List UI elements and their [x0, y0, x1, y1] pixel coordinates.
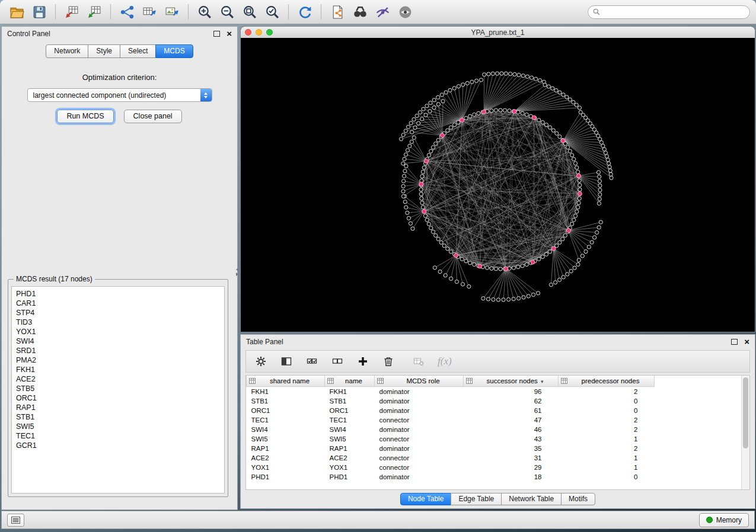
table-cell: 96 — [464, 387, 559, 397]
table-cell: SWI4 — [325, 425, 375, 434]
close-window-button[interactable] — [245, 29, 251, 36]
column-header-successor-nodes[interactable]: successor nodes▾ — [464, 376, 559, 387]
close-mcds-panel-button[interactable]: Close panel — [124, 110, 182, 123]
optimization-dropdown[interactable]: largest connected component (undirected) — [27, 88, 212, 102]
mcds-result-item[interactable]: SWI4 — [16, 336, 220, 346]
create-column-button[interactable] — [356, 355, 369, 368]
mcds-result-item[interactable]: SWI5 — [16, 422, 220, 431]
dropdown-stepper-icon — [200, 89, 212, 101]
export-network-button[interactable] — [116, 2, 138, 22]
mcds-result-item[interactable]: STB5 — [16, 384, 220, 393]
table-row[interactable]: TEC1TEC1connector472 — [247, 415, 655, 425]
binoculars-icon — [353, 5, 368, 20]
mcds-result-item[interactable]: PMA2 — [16, 355, 220, 365]
search-box[interactable] — [588, 5, 750, 19]
column-header-predecessor-nodes[interactable]: predecessor nodes — [559, 376, 655, 387]
mcds-result-title: MCDS result (17 nodes) — [14, 275, 95, 283]
table-row[interactable]: SWI5SWI5connector431 — [247, 434, 655, 444]
zoom-fit-button[interactable] — [239, 2, 260, 22]
tab-mcds[interactable]: MCDS — [155, 44, 193, 58]
table-row[interactable]: YOX1YOX1connector291 — [247, 463, 655, 472]
tab-edge-table[interactable]: Edge Table — [451, 493, 502, 505]
open-session-button[interactable] — [6, 2, 27, 22]
toolbar-separator — [288, 4, 289, 20]
minimize-window-button[interactable] — [256, 29, 262, 36]
table-cell: ACE2 — [247, 453, 325, 463]
table-row[interactable]: ORC1ORC1dominator610 — [247, 406, 655, 415]
show-columns-button[interactable] — [280, 355, 293, 368]
float-panel-icon[interactable] — [213, 31, 220, 37]
apply-layout-button[interactable] — [294, 2, 315, 22]
eye-icon — [398, 5, 413, 20]
table-row[interactable]: SWI4SWI4dominator462 — [247, 425, 655, 434]
import-table-button[interactable] — [84, 2, 105, 22]
tab-select[interactable]: Select — [120, 44, 156, 58]
table-cell: dominator — [375, 444, 464, 453]
table-cell: connector — [375, 415, 464, 425]
mcds-result-item[interactable]: CAR1 — [16, 299, 220, 308]
run-mcds-button[interactable]: Run MCDS — [57, 110, 113, 123]
tab-network-table[interactable]: Network Table — [501, 493, 562, 505]
mcds-result-item[interactable]: RAP1 — [16, 403, 220, 412]
import-network-button[interactable] — [61, 2, 82, 22]
float-table-panel-icon[interactable] — [731, 339, 738, 345]
toolbar-separator — [321, 4, 321, 20]
mcds-result-item[interactable]: SRD1 — [16, 346, 220, 355]
column-header-shared-name[interactable]: shared name — [247, 376, 325, 387]
close-table-panel-icon[interactable]: × — [744, 339, 749, 345]
table-mode-button[interactable] — [254, 355, 267, 368]
table-row[interactable]: STB1STB1dominator620 — [247, 396, 655, 406]
zoom-selected-button[interactable] — [261, 2, 283, 22]
table-row[interactable]: PHD1PHD1dominator180 — [247, 472, 655, 482]
splitter-arrows-icon[interactable] — [236, 268, 238, 276]
mcds-result-item[interactable]: TEC1 — [16, 431, 220, 441]
table-scrollbar[interactable] — [741, 376, 749, 489]
mcds-result-item[interactable]: ACE2 — [16, 374, 220, 384]
memory-button[interactable]: Memory — [699, 513, 749, 527]
save-session-button[interactable] — [28, 2, 50, 22]
share-document-button[interactable] — [327, 2, 348, 22]
toolbar-separator — [188, 4, 189, 20]
network-titlebar[interactable]: YPA_prune.txt_1 — [241, 27, 755, 39]
table-scrollbar-thumb[interactable] — [743, 377, 748, 448]
function-builder-button[interactable]: f(x) — [438, 355, 452, 367]
unselect-all-columns-button[interactable] — [331, 355, 344, 368]
tab-node-table[interactable]: Node Table — [400, 493, 452, 505]
table-row[interactable]: ACE2ACE2connector311 — [247, 453, 655, 463]
tab-style[interactable]: Style — [88, 44, 120, 58]
column-header-MCDS-role[interactable]: MCDS role — [375, 376, 464, 387]
zoom-in-button[interactable] — [194, 2, 215, 22]
zoom-out-button[interactable] — [216, 2, 238, 22]
maximize-window-button[interactable] — [266, 29, 273, 36]
select-all-columns-button[interactable] — [305, 355, 318, 368]
mcds-result-item[interactable]: YOX1 — [16, 327, 220, 336]
export-image-button[interactable] — [161, 2, 183, 22]
export-table-button[interactable] — [139, 2, 160, 22]
show-all-button[interactable] — [394, 2, 416, 22]
search-input[interactable] — [603, 7, 745, 17]
tab-network[interactable]: Network — [46, 44, 88, 58]
tab-motifs[interactable]: Motifs — [561, 493, 595, 505]
close-panel-icon[interactable]: × — [227, 31, 232, 37]
mcds-result-item[interactable]: FKH1 — [16, 365, 220, 374]
delete-columns-button[interactable] — [382, 355, 395, 368]
mcds-result-item[interactable]: STP4 — [16, 308, 220, 318]
table-row[interactable]: FKH1FKH1dominator962 — [247, 387, 655, 397]
search-icon — [593, 8, 600, 15]
network-canvas[interactable] — [241, 38, 755, 332]
mcds-result-item[interactable]: ORC1 — [16, 393, 220, 403]
ui-options-button[interactable] — [7, 514, 24, 527]
first-neighbors-button[interactable] — [349, 2, 371, 22]
delete-table-button[interactable] — [412, 355, 425, 368]
mcds-result-item[interactable]: GCR1 — [16, 441, 220, 450]
table-row[interactable]: RAP1RAP1dominator352 — [247, 444, 655, 453]
open-folder-icon — [9, 5, 24, 20]
import-table-icon — [87, 5, 102, 20]
hide-selected-button[interactable] — [372, 2, 393, 22]
mcds-result-item[interactable]: TID3 — [16, 318, 220, 327]
table-cell: connector — [375, 463, 464, 472]
optimization-label: Optimization criterion: — [2, 73, 237, 82]
mcds-result-item[interactable]: STB1 — [16, 412, 220, 422]
mcds-result-item[interactable]: PHD1 — [16, 289, 220, 299]
column-header-name[interactable]: name — [325, 376, 375, 387]
